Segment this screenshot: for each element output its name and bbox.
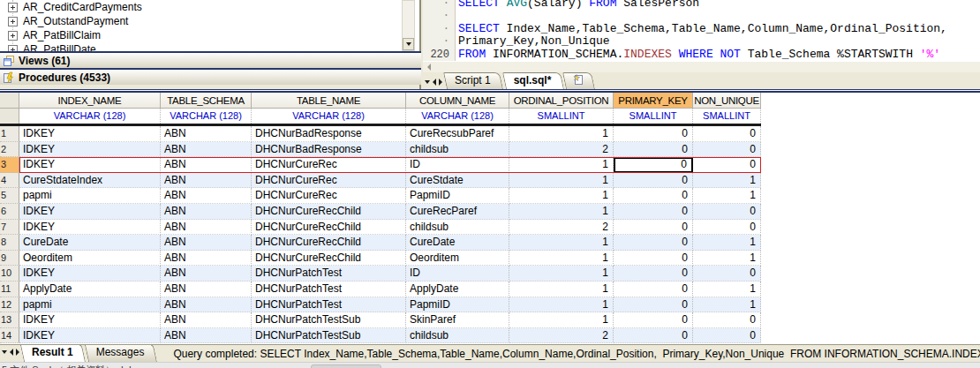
tree-item[interactable]: AR_PatBillDate: [0, 42, 419, 51]
grid-cell[interactable]: CureRecsubParef: [406, 126, 509, 142]
row-header[interactable]: 14: [0, 328, 19, 344]
grid-corner-cell[interactable]: [0, 93, 19, 109]
grid-cell[interactable]: IDKEY: [19, 204, 161, 220]
grid-cell[interactable]: DHCNurCureRec: [252, 188, 406, 204]
grid-cell[interactable]: DHCNurBadResponse: [252, 142, 406, 158]
grid-cell[interactable]: PapmiID: [406, 188, 509, 204]
row-header[interactable]: 7: [0, 220, 19, 236]
grid-cell[interactable]: 0: [693, 220, 761, 236]
column-header-table_name[interactable]: TABLE_NAME: [252, 93, 406, 109]
tab-result-1[interactable]: Result 1: [24, 344, 86, 362]
grid-cell[interactable]: 0: [614, 188, 693, 204]
grid-cell[interactable]: 0: [614, 204, 693, 220]
grid-cell[interactable]: 1: [693, 235, 761, 251]
grid-cell[interactable]: 0: [614, 266, 693, 282]
grid-cell[interactable]: ABN: [161, 297, 252, 313]
grid-cell[interactable]: 0: [614, 328, 693, 344]
row-header[interactable]: 10: [0, 266, 19, 282]
grid-cell[interactable]: 0: [614, 282, 693, 297]
grid-cell[interactable]: 0: [693, 266, 761, 282]
grid-cell[interactable]: 1: [693, 297, 761, 313]
grid-cell[interactable]: ID: [406, 157, 509, 173]
row-header[interactable]: 11: [0, 282, 19, 297]
grid-cell[interactable]: 1: [509, 188, 614, 204]
grid-cell[interactable]: CureDate: [406, 235, 509, 251]
column-header-table_schema[interactable]: TABLE_SCHEMA: [161, 93, 252, 109]
grid-cell[interactable]: DHCNurPatchTest: [252, 282, 406, 297]
grid-cell[interactable]: ABN: [161, 220, 252, 236]
column-header-primary_key[interactable]: PRIMARY_KEY: [614, 93, 693, 109]
tree-item[interactable]: AR_CreditCardPayments: [0, 0, 419, 14]
row-header[interactable]: 6: [0, 204, 19, 220]
grid-cell[interactable]: 0: [614, 235, 693, 251]
grid-cell[interactable]: CureRecParef: [406, 204, 509, 220]
grid-cell[interactable]: DHCNurCureRecChild: [252, 235, 406, 251]
grid-cell[interactable]: childsub: [406, 328, 509, 344]
grid-cell[interactable]: ABN: [161, 312, 252, 328]
row-header[interactable]: 1: [0, 126, 19, 142]
grid-cell[interactable]: 1: [509, 235, 614, 251]
grid-cell[interactable]: ABN: [161, 235, 252, 251]
grid-cell[interactable]: 2: [509, 328, 614, 344]
grid-cell[interactable]: DHCNurCureRecChild: [252, 204, 406, 220]
grid-cell[interactable]: 1: [509, 173, 614, 189]
grid-cell[interactable]: IDKEY: [19, 157, 161, 173]
grid-cell[interactable]: 0: [693, 312, 761, 328]
grid-cell[interactable]: IDKEY: [19, 220, 161, 236]
grid-cell[interactable]: DHCNurCureRec: [252, 157, 406, 173]
grid-cell[interactable]: 0: [614, 173, 693, 189]
grid-cell[interactable]: ABN: [161, 142, 252, 158]
editor-horizontal-scrollbar[interactable]: [423, 61, 980, 72]
grid-cell[interactable]: 0: [693, 126, 761, 142]
grid-cell[interactable]: 0: [614, 142, 693, 158]
column-header-index_name[interactable]: INDEX_NAME: [19, 93, 161, 109]
row-header[interactable]: 13: [0, 312, 19, 328]
result-tab-scroll-left-icon[interactable]: [10, 349, 13, 356]
grid-cell[interactable]: CureStdate: [406, 173, 509, 189]
panel-header-views[interactable]: Views (61): [0, 53, 421, 68]
result-tab-scroll-right-icon[interactable]: [16, 349, 19, 356]
grid-cell[interactable]: DHCNurCureRecChild: [252, 220, 406, 236]
grid-cell[interactable]: 0: [693, 157, 761, 173]
grid-cell[interactable]: 0: [693, 142, 761, 158]
grid-cell[interactable]: 1: [509, 204, 614, 220]
grid-cell[interactable]: childsub: [406, 142, 509, 158]
tree-item[interactable]: AR_PatBillClaim: [0, 28, 419, 42]
expand-plus-icon[interactable]: [8, 31, 18, 41]
grid-cell[interactable]: childsub: [406, 220, 509, 236]
grid-cell[interactable]: IDKEY: [19, 312, 161, 328]
grid-cell[interactable]: 0: [614, 126, 693, 142]
grid-cell[interactable]: IDKEY: [19, 328, 161, 344]
tree-item[interactable]: AR_OutstandPayment: [0, 14, 419, 28]
grid-cell[interactable]: 1: [509, 297, 614, 313]
grid-cell[interactable]: ABN: [161, 328, 252, 344]
grid-cell[interactable]: ABN: [161, 282, 252, 297]
grid-cell[interactable]: ABN: [161, 251, 252, 267]
tab-messages[interactable]: Messages: [88, 344, 157, 362]
column-header-non_unique[interactable]: NON_UNIQUE: [693, 93, 761, 109]
grid-cell[interactable]: ABN: [161, 157, 252, 173]
grid-cell[interactable]: SkinParef: [406, 312, 509, 328]
grid-cell[interactable]: 0: [614, 312, 693, 328]
grid-cell[interactable]: 0: [614, 251, 693, 267]
tab-script-1[interactable]: Script 1: [447, 72, 503, 89]
panel-header-procedures[interactable]: Procedures (4533): [0, 70, 421, 85]
grid-cell[interactable]: DHCNurPatchTest: [252, 297, 406, 313]
expand-plus-icon[interactable]: [8, 45, 18, 52]
row-header[interactable]: 8: [0, 235, 19, 251]
grid-cell[interactable]: 1: [693, 282, 761, 297]
grid-cell[interactable]: 2: [509, 142, 614, 158]
row-header[interactable]: 2: [0, 142, 19, 158]
row-header[interactable]: 5: [0, 188, 19, 204]
grid-cell[interactable]: CureStdateIndex: [19, 173, 161, 189]
grid-cell[interactable]: ABN: [161, 188, 252, 204]
new-script-tab[interactable]: [566, 72, 595, 89]
tables-tree[interactable]: AR_CreditCardPaymentsAR_OutstandPaymentA…: [0, 0, 419, 51]
row-header[interactable]: 12: [0, 297, 19, 313]
grid-cell[interactable]: DHCNurBadResponse: [252, 126, 406, 142]
grid-cell[interactable]: ABN: [161, 204, 252, 220]
tab-list-dropdown-icon[interactable]: [425, 80, 430, 84]
expand-plus-icon[interactable]: [8, 17, 18, 26]
result-tab-dropdown-icon[interactable]: [2, 350, 7, 354]
grid-cell[interactable]: ApplyDate: [19, 282, 161, 297]
